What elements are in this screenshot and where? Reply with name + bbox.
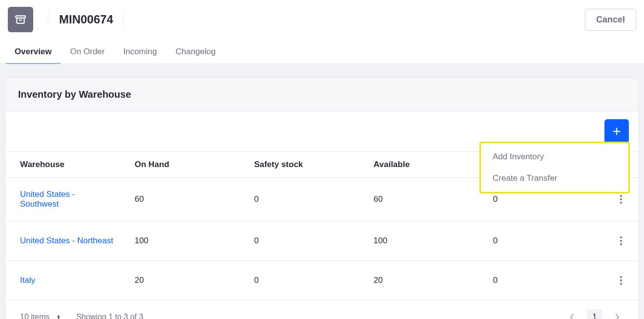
cell-safety-stock: 0 (244, 221, 364, 261)
page-size-selector[interactable]: 10 items ▲▼ (20, 313, 61, 319)
svg-point-10 (620, 243, 622, 245)
cell-safety-stock: 0 (244, 178, 364, 221)
inventory-panel: Inventory by Warehouse Add Inventory Cre… (5, 78, 639, 319)
cell-incoming: 0 (483, 261, 603, 300)
warehouse-link[interactable]: United States - Northeast (20, 236, 113, 245)
svg-point-6 (620, 198, 622, 200)
chevron-left-icon (570, 313, 575, 319)
cell-on-hand: 100 (125, 221, 245, 261)
cell-available: 20 (364, 261, 483, 300)
tab-overview[interactable]: Overview (15, 41, 52, 64)
tab-on-order[interactable]: On Order (70, 41, 105, 64)
cell-on-hand: 20 (125, 261, 245, 300)
add-dropdown-menu: Add Inventory Create a Transfer (479, 142, 630, 193)
kebab-icon (620, 236, 622, 245)
svg-rect-1 (17, 18, 24, 23)
kebab-icon (620, 195, 622, 204)
pagination-right: 1 (565, 309, 624, 319)
tabs: Overview On Order Incoming Changelog (0, 41, 644, 64)
row-actions-button[interactable] (613, 273, 629, 288)
cancel-button[interactable]: Cancel (585, 9, 636, 31)
pagination-left: 10 items ▲▼ Showing 1 to 3 of 3 (20, 313, 143, 319)
page-number[interactable]: 1 (587, 309, 602, 319)
menu-add-inventory[interactable]: Add Inventory (481, 146, 628, 168)
cell-available: 60 (364, 178, 483, 221)
content-area: Inventory by Warehouse Add Inventory Cre… (0, 64, 644, 319)
page-title: MIN00674 (58, 13, 114, 26)
page-header: MIN00674 Cancel (0, 0, 644, 41)
plus-icon (611, 126, 622, 137)
table-row: Italy 20 0 20 0 (5, 261, 639, 300)
svg-point-13 (620, 283, 622, 285)
svg-point-12 (620, 279, 622, 281)
kebab-icon (620, 276, 622, 285)
svg-point-11 (620, 276, 622, 278)
next-page-button[interactable] (610, 310, 624, 319)
showing-text: Showing 1 to 3 of 3 (76, 313, 143, 319)
header-left: MIN00674 (8, 7, 124, 32)
panel-title: Inventory by Warehouse (5, 78, 639, 111)
svg-point-7 (620, 202, 622, 204)
tab-incoming[interactable]: Incoming (123, 41, 157, 64)
row-actions-button[interactable] (613, 191, 629, 207)
tab-changelog[interactable]: Changelog (175, 41, 215, 64)
svg-point-5 (620, 195, 622, 197)
page-size-label: 10 items (20, 313, 49, 319)
row-actions-button[interactable] (613, 233, 629, 249)
archive-icon (14, 13, 27, 26)
svg-point-9 (620, 240, 622, 242)
caret-sort-icon: ▲▼ (56, 315, 61, 319)
table-row: United States - Northeast 100 0 100 0 (5, 221, 639, 261)
app-icon (8, 7, 33, 32)
panel-toolbar: Add Inventory Create a Transfer (5, 111, 639, 151)
chevron-right-icon (615, 313, 620, 319)
menu-create-transfer[interactable]: Create a Transfer (481, 168, 628, 189)
header-divider (48, 11, 48, 28)
cell-incoming: 0 (483, 221, 603, 261)
pagination: 10 items ▲▼ Showing 1 to 3 of 3 1 (5, 300, 639, 319)
cell-safety-stock: 0 (244, 261, 364, 300)
col-on-hand[interactable]: On Hand (125, 152, 245, 178)
warehouse-link[interactable]: United States - Southwest (20, 190, 75, 209)
col-warehouse[interactable]: Warehouse (5, 152, 125, 178)
svg-point-8 (620, 236, 622, 238)
warehouse-link[interactable]: Italy (20, 276, 35, 285)
cell-on-hand: 60 (125, 178, 245, 221)
col-safety-stock[interactable]: Safety stock (244, 152, 364, 178)
col-available[interactable]: Available (364, 152, 483, 178)
add-button[interactable] (604, 119, 629, 144)
prev-page-button[interactable] (565, 310, 579, 319)
title-wrap: MIN00674 (58, 11, 124, 28)
cell-available: 100 (364, 221, 483, 261)
